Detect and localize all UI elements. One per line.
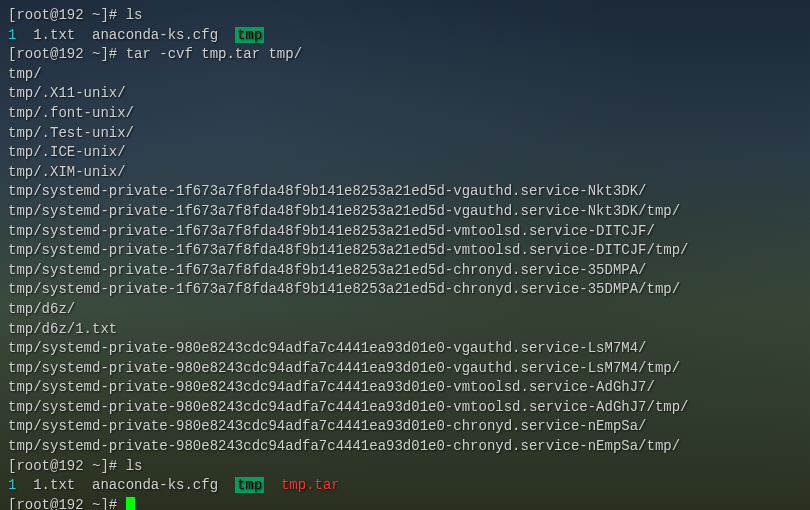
ls-item: 1.txt bbox=[33, 477, 75, 493]
tar-output-line: tmp/systemd-private-1f673a7f8fda48f9b141… bbox=[8, 261, 802, 281]
ls-item-dir: tmp bbox=[235, 477, 264, 493]
tar-output-line: tmp/d6z/ bbox=[8, 300, 802, 320]
command-line-4: [root@192 ~]# bbox=[8, 496, 802, 510]
ls-output-2: 1 1.txt anaconda-ks.cfg tmp tmp.tar bbox=[8, 476, 802, 496]
tar-output-line: tmp/.ICE-unix/ bbox=[8, 143, 802, 163]
tar-output: tmp/tmp/.X11-unix/tmp/.font-unix/tmp/.Te… bbox=[8, 65, 802, 457]
tar-output-line: tmp/systemd-private-980e8243cdc94adfa7c4… bbox=[8, 437, 802, 457]
prompt: [root@192 ~]# bbox=[8, 497, 126, 510]
ls-item-archive: tmp.tar bbox=[281, 477, 340, 493]
ls-item: 1 bbox=[8, 477, 16, 493]
tar-output-line: tmp/systemd-private-1f673a7f8fda48f9b141… bbox=[8, 241, 802, 261]
ls-item: 1.txt bbox=[33, 27, 75, 43]
command-text: tar -cvf tmp.tar tmp/ bbox=[126, 46, 302, 62]
cursor bbox=[126, 497, 135, 510]
tar-output-line: tmp/ bbox=[8, 65, 802, 85]
ls-item: 1 bbox=[8, 27, 16, 43]
command-line-2: [root@192 ~]# tar -cvf tmp.tar tmp/ bbox=[8, 45, 802, 65]
ls-item: anaconda-ks.cfg bbox=[92, 477, 218, 493]
prompt: [root@192 ~]# bbox=[8, 46, 126, 62]
tar-output-line: tmp/systemd-private-1f673a7f8fda48f9b141… bbox=[8, 222, 802, 242]
prompt: [root@192 ~]# bbox=[8, 458, 126, 474]
tar-output-line: tmp/.Test-unix/ bbox=[8, 124, 802, 144]
tar-output-line: tmp/d6z/1.txt bbox=[8, 320, 802, 340]
ls-item: anaconda-ks.cfg bbox=[92, 27, 218, 43]
tar-output-line: tmp/systemd-private-980e8243cdc94adfa7c4… bbox=[8, 359, 802, 379]
command-line-3: [root@192 ~]# ls bbox=[8, 457, 802, 477]
ls-item-dir: tmp bbox=[235, 27, 264, 43]
tar-output-line: tmp/.XIM-unix/ bbox=[8, 163, 802, 183]
prompt: [root@192 ~]# bbox=[8, 7, 126, 23]
tar-output-line: tmp/systemd-private-980e8243cdc94adfa7c4… bbox=[8, 378, 802, 398]
tar-output-line: tmp/systemd-private-980e8243cdc94adfa7c4… bbox=[8, 417, 802, 437]
command-text: ls bbox=[126, 458, 143, 474]
tar-output-line: tmp/.X11-unix/ bbox=[8, 84, 802, 104]
terminal-output[interactable]: [root@192 ~]# ls 1 1.txt anaconda-ks.cfg… bbox=[8, 6, 802, 510]
tar-output-line: tmp/systemd-private-1f673a7f8fda48f9b141… bbox=[8, 182, 802, 202]
command-line-1: [root@192 ~]# ls bbox=[8, 6, 802, 26]
tar-output-line: tmp/systemd-private-1f673a7f8fda48f9b141… bbox=[8, 202, 802, 222]
tar-output-line: tmp/systemd-private-1f673a7f8fda48f9b141… bbox=[8, 280, 802, 300]
command-text: ls bbox=[126, 7, 143, 23]
ls-output-1: 1 1.txt anaconda-ks.cfg tmp bbox=[8, 26, 802, 46]
tar-output-line: tmp/systemd-private-980e8243cdc94adfa7c4… bbox=[8, 398, 802, 418]
tar-output-line: tmp/systemd-private-980e8243cdc94adfa7c4… bbox=[8, 339, 802, 359]
tar-output-line: tmp/.font-unix/ bbox=[8, 104, 802, 124]
